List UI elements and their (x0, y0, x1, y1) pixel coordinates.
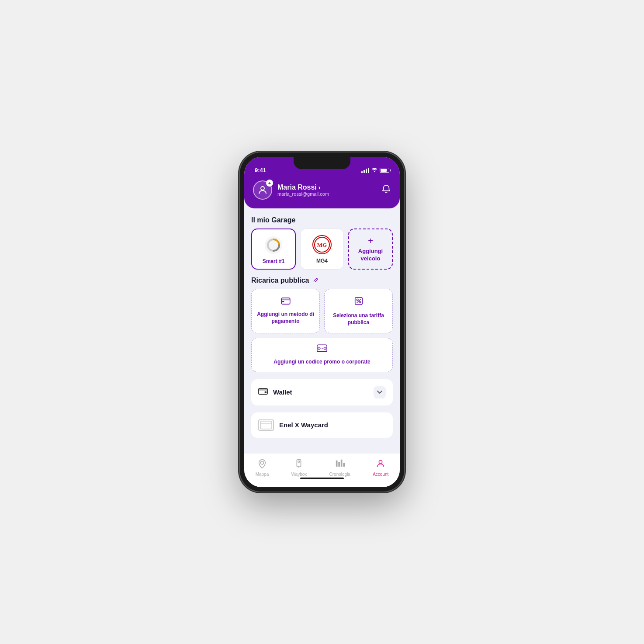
signal-bars-icon (361, 168, 369, 173)
ricarica-section-header: Ricarica pubblica (251, 277, 393, 284)
battery-icon (380, 168, 389, 173)
cronologia-label: Cronologia (329, 472, 350, 477)
wifi-icon (371, 167, 377, 173)
svg-rect-25 (336, 460, 338, 467)
add-vehicle-card[interactable]: + Aggiungiveicolo (348, 229, 393, 270)
avatar-wrapper[interactable]: + (253, 180, 272, 200)
mg-logo-text: MG (312, 235, 332, 254)
bottom-nav: Mappa Waybox (244, 453, 400, 487)
phone-frame: 9:41 (239, 152, 405, 492)
nav-item-waybox[interactable]: Waybox (284, 457, 314, 478)
signal-bar-3 (366, 169, 367, 173)
avatar-plus-icon: + (266, 180, 273, 187)
user-name-row[interactable]: Maria Rossi › (277, 184, 329, 191)
payment-label: Aggiungi un metodo di pagamento (257, 311, 314, 325)
app-header: + Maria Rossi › maria_rossi@gmail.com (244, 176, 400, 208)
mappa-label: Mappa (256, 472, 269, 477)
signal-bar-2 (364, 170, 365, 173)
add-vehicle-label: Aggiungiveicolo (358, 248, 383, 263)
svg-rect-26 (338, 462, 340, 467)
svg-point-29 (379, 460, 382, 464)
smart-logo (264, 235, 283, 255)
mappa-icon (257, 459, 267, 471)
main-content: Il mio Garage (244, 208, 400, 453)
svg-point-15 (324, 347, 326, 350)
add-vehicle-plus-icon: + (368, 236, 373, 246)
waybox-icon (294, 459, 304, 471)
edit-icon[interactable] (313, 277, 319, 284)
ricarica-tariff-card[interactable]: Seleziona una tariffa pubblica (324, 289, 393, 333)
mg-logo: MG (312, 235, 332, 254)
status-time: 9:41 (255, 167, 266, 173)
chevron-down-icon[interactable] (374, 386, 386, 398)
vehicle-card-smart[interactable]: Smart #1 (251, 229, 296, 270)
nav-item-cronologia[interactable]: Cronologia (322, 457, 357, 478)
tariff-label: Seleziona una tariffa pubblica (330, 312, 387, 326)
signal-bar-4 (368, 168, 369, 173)
garage-cards: Smart #1 MG (251, 229, 393, 270)
credit-card-icon (281, 298, 291, 307)
account-label: Account (373, 472, 388, 477)
user-name: Maria Rossi (277, 184, 317, 191)
ricarica-payment-card[interactable]: Aggiungi un metodo di pagamento (251, 289, 320, 333)
mg4-vehicle-name: MG4 (316, 258, 328, 264)
svg-rect-18 (264, 391, 267, 393)
svg-point-14 (318, 347, 320, 350)
wallet-icon (258, 387, 268, 397)
svg-point-11 (359, 301, 360, 303)
battery-fill (381, 169, 387, 172)
waycard-icon (258, 419, 274, 431)
bell-icon[interactable] (381, 184, 391, 196)
wallet-card[interactable]: Wallet (251, 379, 393, 405)
wallet-label: Wallet (273, 388, 292, 396)
garage-section: Il mio Garage (251, 216, 393, 270)
account-icon (376, 459, 385, 471)
svg-point-0 (374, 171, 375, 172)
nav-item-mappa[interactable]: Mappa (249, 457, 276, 478)
signal-bar-1 (361, 171, 363, 173)
svg-line-12 (357, 299, 360, 303)
smart-vehicle-name: Smart #1 (263, 258, 285, 264)
waybox-label: Waybox (291, 472, 307, 477)
svg-point-1 (261, 187, 264, 190)
svg-rect-19 (260, 421, 272, 429)
status-icons (361, 167, 389, 173)
waycard-card[interactable]: Enel X Waycard (251, 412, 393, 438)
notch (294, 157, 350, 169)
phone-wrapper: 9:41 (239, 152, 405, 492)
svg-rect-8 (282, 301, 284, 302)
cronologia-icon (335, 459, 345, 471)
ricarica-section: Ricarica pubblica (251, 277, 393, 372)
svg-point-21 (260, 461, 263, 464)
home-indicator (300, 478, 344, 479)
svg-rect-28 (343, 463, 345, 467)
tariff-icon (354, 296, 364, 308)
chevron-right-icon: › (319, 184, 321, 191)
promo-label: Aggiungi un codice promo o corporate (274, 359, 370, 366)
ricarica-title: Ricarica pubblica (251, 277, 309, 284)
phone-screen: 9:41 (244, 157, 400, 487)
ricarica-promo-card[interactable]: Aggiungi un codice promo o corporate (251, 338, 393, 372)
svg-rect-27 (341, 460, 343, 467)
garage-title: Il mio Garage (251, 216, 393, 224)
user-info: Maria Rossi › maria_rossi@gmail.com (277, 184, 329, 197)
nav-item-account[interactable]: Account (366, 457, 395, 478)
ticket-icon (317, 344, 327, 354)
user-email: maria_rossi@gmail.com (277, 191, 329, 197)
header-left: + Maria Rossi › maria_rossi@gmail.com (253, 180, 329, 200)
vehicle-card-mg4[interactable]: MG MG4 (300, 229, 344, 270)
svg-rect-17 (259, 388, 267, 395)
ricarica-grid: Aggiungi un metodo di pagamento (251, 289, 393, 333)
svg-point-24 (298, 461, 300, 463)
wallet-left: Wallet (258, 387, 292, 397)
svg-text:MG: MG (317, 242, 327, 248)
svg-point-10 (357, 299, 358, 301)
waycard-label: Enel X Waycard (279, 421, 328, 429)
